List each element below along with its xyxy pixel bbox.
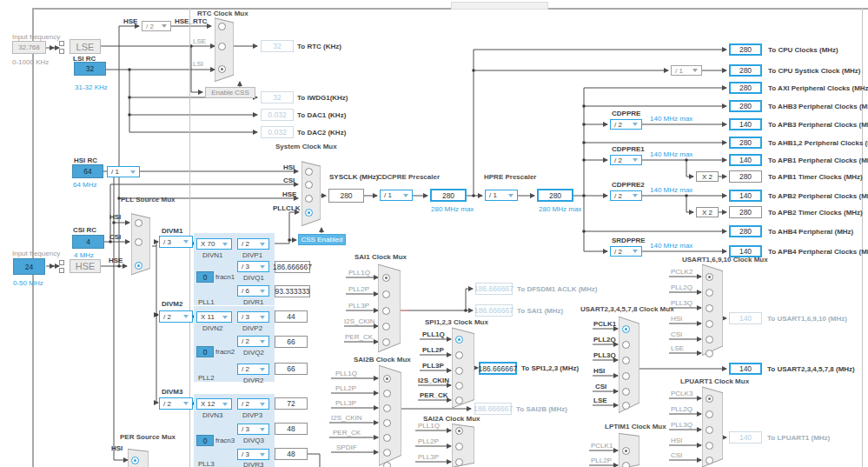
sai2b-radio-spdif[interactable] bbox=[383, 449, 391, 457]
sai1-radio-pll3p[interactable] bbox=[382, 307, 390, 315]
hsi-divider-select[interactable]: / 1 bbox=[107, 166, 140, 177]
rtc-mux-radio-lsi[interactable] bbox=[218, 65, 226, 73]
spi-radio-per-ck[interactable] bbox=[455, 397, 463, 404]
usart1-radio-pclk2[interactable] bbox=[706, 273, 713, 281]
sai1-radio-pll1q[interactable] bbox=[382, 274, 390, 282]
hsi-rc-label: HSI RC bbox=[74, 157, 97, 164]
fracn1-value[interactable]: 0 bbox=[196, 271, 214, 283]
spi-radio-pll3p[interactable] bbox=[455, 367, 463, 375]
usart1-in-pll2q: PLL2Q bbox=[671, 284, 692, 291]
divr3-select[interactable]: / 3 bbox=[237, 449, 269, 460]
divp2-label: DIVP2 bbox=[242, 325, 262, 332]
sai2b-radio-extra[interactable] bbox=[383, 462, 391, 467]
pllsrc-radio-hse[interactable] bbox=[135, 262, 142, 270]
usart2-radio-pll3q[interactable] bbox=[622, 357, 630, 364]
rtc-mux-radio-lse[interactable] bbox=[218, 43, 226, 50]
lse-input-frequency-field[interactable]: 32.768 bbox=[12, 41, 46, 54]
sys-mux-radio-csi[interactable] bbox=[305, 181, 313, 189]
usart2-radio-lse[interactable] bbox=[622, 402, 630, 410]
cdppre1-select[interactable]: / 2 bbox=[610, 155, 642, 165]
sai2b-radio-pll3p[interactable] bbox=[383, 404, 391, 412]
divn1-select[interactable]: X 70 bbox=[196, 238, 232, 250]
usart2-radio-hsi[interactable] bbox=[622, 372, 630, 380]
hse-input-frequency-field[interactable]: 24 bbox=[13, 258, 45, 275]
lpuart1-radio-hsi[interactable] bbox=[706, 442, 713, 450]
lpuart1-radio-csi[interactable] bbox=[706, 457, 713, 464]
divm1-select[interactable]: / 3 bbox=[159, 236, 193, 248]
usart2-radio-csi[interactable] bbox=[622, 388, 630, 396]
lptim1-in-pll2p: PLL2P bbox=[591, 457, 612, 464]
sai2a-radio-pll2p[interactable] bbox=[455, 443, 463, 450]
sai2b-radio-i2s-ckin[interactable] bbox=[383, 419, 391, 427]
sys-mux-radio-hsi[interactable] bbox=[305, 168, 313, 176]
divq2-select[interactable]: / 2 bbox=[237, 336, 269, 347]
usart2-radio-pll2q[interactable] bbox=[622, 341, 630, 349]
usart1-radio-csi[interactable] bbox=[706, 336, 713, 344]
usart1-value: 140 bbox=[729, 312, 762, 324]
rtc-mux-radio-hse-rtc[interactable] bbox=[218, 23, 226, 30]
divp1-select[interactable]: / 2 bbox=[237, 238, 269, 250]
lpuart1-radio-pll2q[interactable] bbox=[706, 410, 713, 418]
sai1-radio-i2s-ckin[interactable] bbox=[382, 323, 390, 330]
spi-radio-pll2p[interactable] bbox=[455, 351, 463, 359]
hpre-select[interactable]: / 1 bbox=[485, 190, 518, 201]
divm3-select[interactable]: / 2 bbox=[159, 397, 193, 410]
fracn3-value[interactable]: 0 bbox=[196, 435, 214, 446]
srdppre-select[interactable]: / 2 bbox=[610, 246, 642, 257]
lpuart1-radio-pclk3[interactable] bbox=[706, 395, 713, 403]
lptim1-radio-pclk1[interactable] bbox=[622, 447, 630, 455]
cdcpre-select[interactable]: / 1 bbox=[380, 190, 413, 201]
divq3-select[interactable]: / 3 bbox=[237, 424, 269, 435]
spi-radio-i2s-ckin[interactable] bbox=[455, 382, 463, 390]
systick-divider-select[interactable]: / 1 bbox=[671, 65, 702, 76]
lsi-rc-value[interactable]: 32 bbox=[74, 62, 106, 76]
per-radio-hsi[interactable] bbox=[131, 457, 139, 464]
scrollbar-thumb[interactable] bbox=[451, 2, 548, 10]
spi123-label: To SPI1,2,3 (MHz) bbox=[521, 365, 579, 372]
divq1-select[interactable]: / 3 bbox=[237, 261, 269, 272]
cdppre-select[interactable]: / 2 bbox=[610, 119, 642, 130]
cdppre2-select[interactable]: / 2 bbox=[610, 190, 642, 201]
lpuart1-radio-pll3q[interactable] bbox=[706, 426, 713, 434]
rtc-hse-divider-select[interactable]: / 2 bbox=[142, 21, 171, 31]
dac1-output-value: 0.032 bbox=[261, 109, 294, 121]
usart1-radio-lse[interactable] bbox=[706, 350, 713, 357]
usart1-radio-pll2q[interactable] bbox=[706, 289, 713, 297]
divm2-select[interactable]: / 2 bbox=[159, 310, 193, 323]
sai2a-radio-pll3p[interactable] bbox=[455, 458, 463, 466]
sai2a-radio-pll1q[interactable] bbox=[455, 427, 463, 435]
divm3-label: DIVM3 bbox=[162, 389, 182, 396]
usart1-radio-hsi[interactable] bbox=[706, 320, 713, 328]
pllsrc-hse-label: HSE bbox=[109, 257, 123, 264]
sai2b-in-pll2p: PLL2P bbox=[335, 385, 356, 392]
sai2b-radio-pll2p[interactable] bbox=[383, 390, 391, 397]
hsi-rc-value[interactable]: 64 bbox=[72, 164, 103, 178]
css-enabled-button[interactable]: CSS Enabled bbox=[298, 234, 346, 245]
sai1-radio-pll2p[interactable] bbox=[382, 290, 390, 298]
pllsrc-radio-hsi[interactable] bbox=[135, 219, 142, 227]
pllsrc-radio-csi[interactable] bbox=[135, 238, 142, 246]
sai1-radio-per-ck[interactable] bbox=[382, 338, 390, 346]
fracn2-value[interactable]: 0 bbox=[196, 346, 214, 357]
enable-css-button[interactable]: Enable CSS bbox=[205, 87, 255, 98]
lptim1-radio-pll2p[interactable] bbox=[622, 462, 630, 467]
sai1-mux-title: SAI1 Clock Mux bbox=[354, 254, 407, 261]
spi-radio-pll1q[interactable] bbox=[455, 336, 463, 344]
divr1-select[interactable]: / 6 bbox=[237, 285, 269, 297]
divp2-select[interactable]: / 3 bbox=[237, 311, 269, 323]
divp3-select[interactable]: / 2 bbox=[237, 398, 269, 410]
divp3-label: DIVP3 bbox=[242, 412, 262, 419]
divr2-select[interactable]: / 2 bbox=[237, 364, 269, 375]
usart1-radio-pll3q[interactable] bbox=[706, 304, 713, 312]
divn2-select[interactable]: X 11 bbox=[196, 311, 232, 323]
sai2b-radio-pll1q[interactable] bbox=[383, 375, 391, 383]
sys-mux-radio-pllclk[interactable] bbox=[305, 209, 313, 217]
sys-mux-radio-hse[interactable] bbox=[305, 195, 313, 203]
cdppre-max: 140 MHz max bbox=[650, 116, 692, 123]
sai2b-radio-per-ck[interactable] bbox=[383, 434, 391, 442]
usart2-radio-pclk1[interactable] bbox=[622, 325, 630, 333]
csi-rc-value[interactable]: 4 bbox=[72, 235, 104, 249]
pll3q-value: 48 bbox=[275, 423, 308, 435]
divn3-select[interactable]: X 12 bbox=[196, 398, 232, 410]
divm1-label: DIVM1 bbox=[162, 228, 182, 235]
